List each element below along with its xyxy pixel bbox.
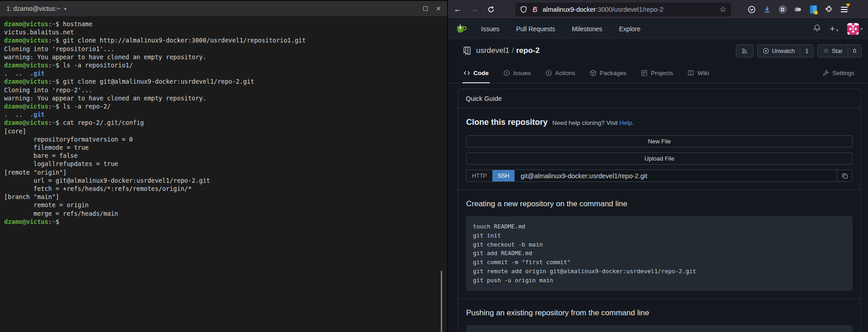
quick-guide-header: Quick Guide [458, 89, 860, 109]
user-menu[interactable]: ▾ [847, 23, 863, 35]
nav-item-pull-requests[interactable]: Pull Requests [516, 25, 555, 33]
user-menu-caret-icon: ▾ [860, 27, 863, 31]
tab-wiki[interactable]: Wiki [687, 70, 710, 83]
quick-guide-panel: Quick Guide Clone this repository Need h… [458, 89, 861, 332]
terminal-line: url = git@almalinux9-docker:usrdevel1/re… [4, 176, 447, 185]
extension-d-icon[interactable]: D [778, 5, 787, 14]
star-button-group: ☆ Star 0 [817, 44, 862, 57]
clone-help-text: Need help cloning? Visit Help. [552, 119, 634, 126]
insecure-lock-icon[interactable] [531, 6, 539, 13]
http-protocol-button[interactable]: HTTP [467, 170, 492, 181]
account-icon[interactable] [793, 5, 802, 14]
tab-projects[interactable]: Projects [640, 70, 674, 83]
repo-icon [463, 46, 472, 55]
ssh-protocol-button[interactable]: SSH [492, 170, 515, 181]
terminal-scrollbar[interactable] [441, 271, 442, 332]
tab-actions[interactable]: Actions [544, 70, 576, 83]
tab-issues[interactable]: Issues [502, 70, 532, 83]
repo-content: Quick Guide Clone this repository Need h… [448, 83, 868, 332]
nav-item-explore[interactable]: Explore [619, 25, 640, 33]
unwatch-button[interactable]: Unwatch [758, 45, 800, 57]
package-icon [590, 70, 596, 76]
clone-url-input[interactable]: git@almalinux9-docker:usrdevel1/repo-2.g… [515, 170, 837, 181]
terminal-line: [remote "origin"] [4, 168, 447, 176]
tab-packages[interactable]: Packages [589, 70, 627, 83]
terminal-line: [branch "main"] [4, 193, 447, 201]
terminal-window: 1: dzamo@victus:~ ▾ × dzamo@victus:~$ ho… [0, 0, 447, 332]
copy-url-button[interactable] [837, 170, 852, 181]
terminal-line: Cloning into 'repositorio1'... [4, 45, 447, 53]
repo-separator: / [512, 46, 514, 55]
terminal-output[interactable]: dzamo@victus:~$ hostnamevictus.balaitus.… [0, 16, 447, 226]
rss-button[interactable] [736, 44, 754, 57]
upload-file-button[interactable]: Upload File [466, 152, 853, 165]
terminal-line: dzamo@victus:~$ ls -a repositorio1/ [4, 61, 447, 69]
browser-window: ← → almalinux9-d [447, 0, 868, 332]
rss-icon [736, 45, 753, 57]
create-repo-code-block: touch README.md git init git checkout -b… [466, 216, 853, 291]
terminal-line: dzamo@victus:~$ git clone http://almalin… [4, 36, 447, 44]
extensions-puzzle-icon[interactable] [824, 5, 833, 13]
create-repo-section-title: Creating a new repository on the command… [466, 199, 853, 209]
terminal-line: bare = false [4, 152, 447, 160]
terminal-tab-title: 1: dzamo@victus:~ [6, 5, 61, 12]
play-circle-icon [545, 70, 552, 76]
push-repo-section-title: Pushing an existing repository from the … [466, 308, 853, 318]
shield-icon[interactable] [520, 6, 527, 13]
clone-url-row: HTTP SSH git@almalinux9-docker:usrdevel1… [466, 170, 853, 182]
section-divider [458, 190, 860, 190]
new-file-button[interactable]: New File [466, 135, 853, 147]
star-count[interactable]: 0 [848, 45, 861, 57]
terminal-line: merge = refs/heads/main [4, 209, 447, 218]
user-avatar [847, 23, 859, 35]
forward-button[interactable]: → [470, 5, 478, 14]
star-icon: ☆ [823, 47, 829, 55]
tab-settings[interactable]: Settings [821, 70, 855, 83]
screen: 1: dzamo@victus:~ ▾ × dzamo@victus:~$ ho… [0, 0, 868, 332]
project-board-icon [641, 70, 648, 76]
terminal-line: fetch = +refs/heads/*:refs/remotes/origi… [4, 185, 447, 193]
help-link[interactable]: Help [620, 119, 632, 126]
reload-button[interactable] [487, 6, 495, 13]
terminal-close-button[interactable]: × [436, 6, 441, 11]
menu-icon[interactable] [839, 5, 849, 14]
push-repo-code-block [466, 325, 853, 332]
terminal-line: warning: You appear to have cloned an em… [4, 53, 447, 61]
url-bar[interactable]: almalinux9-docker:3000/usrdevel1/repo-2 … [515, 3, 731, 16]
gitea-logo[interactable] [455, 23, 467, 35]
url-domain: almalinux9-docker [543, 6, 596, 13]
pocket-icon[interactable] [747, 5, 756, 14]
repo-owner-link[interactable]: usrdevel1 [476, 46, 510, 55]
back-button[interactable]: ← [453, 5, 462, 14]
terminal-line: remote = origin [4, 201, 447, 209]
notifications-bell-icon[interactable] [813, 24, 821, 33]
terminal-line: Cloning into 'repo-2'... [4, 86, 447, 94]
browser-toolbar: ← → almalinux9-d [448, 0, 868, 19]
terminal-restore-button[interactable] [423, 6, 428, 11]
watch-button-group: Unwatch 1 [757, 44, 814, 57]
create-new-button[interactable]: +▾ [830, 24, 839, 34]
terminal-tab-caret-icon[interactable]: ▾ [64, 6, 67, 11]
url-text: almalinux9-docker:3000/usrdevel1/repo-2 [543, 6, 720, 13]
terminal-line: . .. .git [4, 110, 447, 119]
reader-extension-icon[interactable] [809, 5, 818, 14]
gitea-navbar: Issues Pull Requests Milestones Explore … [448, 19, 868, 39]
bookmark-star-icon[interactable]: ☆ [720, 5, 726, 14]
terminal-line: logallrefupdates = true [4, 160, 447, 168]
repo-header: usrdevel1 / repo-2 Unwatch 1 [448, 39, 868, 62]
update-badge [846, 4, 850, 7]
watch-count[interactable]: 1 [800, 45, 813, 57]
nav-item-issues[interactable]: Issues [481, 25, 499, 33]
book-icon [687, 70, 694, 76]
downloads-icon[interactable] [763, 6, 772, 13]
eye-icon [763, 47, 769, 54]
tab-code[interactable]: Code [463, 70, 490, 83]
star-button[interactable]: ☆ Star [818, 45, 847, 57]
terminal-line: [core] [4, 127, 447, 135]
terminal-titlebar[interactable]: 1: dzamo@victus:~ ▾ × [0, 1, 447, 16]
nav-item-milestones[interactable]: Milestones [572, 25, 602, 33]
create-new-caret-icon: ▾ [836, 28, 839, 33]
terminal-line: dzamo@victus:~$ cat repo-2/.git/config [4, 119, 447, 127]
repo-name-link[interactable]: repo-2 [516, 46, 539, 55]
terminal-line: dzamo@victus:~$ hostname [4, 20, 447, 28]
